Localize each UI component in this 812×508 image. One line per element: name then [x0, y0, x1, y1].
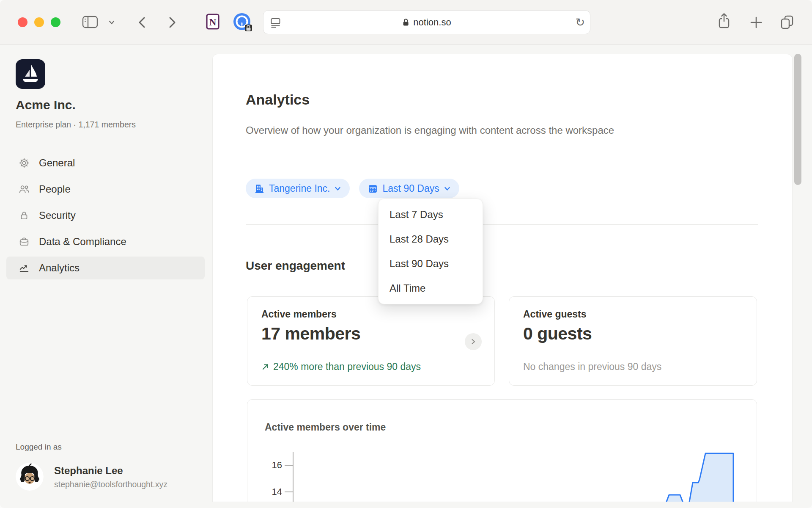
card-label: Active members — [261, 309, 337, 320]
analytics-panel: Analytics Overview of how your organizat… — [213, 54, 792, 502]
notion-extension-icon: N — [205, 13, 220, 30]
back-button[interactable] — [137, 16, 148, 29]
tab-overview-button[interactable] — [779, 14, 795, 30]
filter-row: Tangerine Inc. Last 90 Days — [246, 179, 459, 198]
area-chart — [247, 400, 757, 502]
card-value: 17 members — [261, 324, 360, 344]
avatar — [16, 463, 44, 491]
url-text[interactable]: notion.so — [413, 17, 451, 28]
menu-item-last-28-days[interactable]: Last 28 Days — [379, 227, 483, 251]
page-settings-icon[interactable] — [270, 17, 281, 28]
active-members-chart-card: Active members over time 16 14 — [247, 399, 757, 502]
briefcase-icon — [19, 236, 30, 247]
onepassword-extension-icon — [232, 12, 253, 33]
menu-item-last-90-days[interactable]: Last 90 Days — [379, 251, 483, 276]
address-bar[interactable]: notion.so ↻ — [263, 10, 590, 34]
reload-button[interactable]: ↻ — [575, 16, 585, 29]
card-delta: No changes in previous 90 days — [523, 361, 661, 373]
onepassword-extension-button[interactable] — [232, 12, 253, 33]
sidebar-item-label: Security — [39, 210, 76, 221]
account-name: Stephanie Lee — [54, 465, 123, 477]
menu-item-last-7-days[interactable]: Last 7 Days — [379, 202, 483, 227]
chevron-down-icon — [334, 185, 341, 192]
lock-icon — [19, 210, 30, 221]
sidebar-item-label: Analytics — [39, 262, 80, 274]
sidebar-item-label: People — [39, 183, 71, 195]
sidebar-item-security[interactable]: Security — [6, 204, 205, 227]
minimize-window-button[interactable] — [34, 17, 44, 27]
sidebar-item-label: Data & Compliance — [39, 236, 126, 248]
card-delta: 240% more than previous 90 days — [261, 361, 421, 373]
section-divider — [246, 224, 758, 225]
tab-overview-icon — [779, 14, 795, 30]
safari-window: N — [0, 0, 812, 508]
workspace-meta: Enterprise plan · 1,171 members — [16, 120, 136, 130]
forward-button[interactable] — [167, 16, 178, 29]
workspace-filter-label: Tangerine Inc. — [269, 183, 330, 194]
chevron-down-icon — [444, 185, 451, 192]
share-button[interactable] — [716, 12, 732, 31]
sidebar-item-analytics[interactable]: Analytics — [6, 257, 205, 279]
lock-icon — [402, 18, 409, 27]
trend-chart-icon — [19, 262, 30, 273]
account-email: stephanie@toolsforthought.xyz — [54, 480, 167, 489]
chevron-right-icon — [469, 338, 477, 345]
card-delta-text: No changes in previous 90 days — [523, 361, 661, 373]
forward-arrow-icon — [167, 16, 178, 29]
browser-chrome: N — [0, 0, 812, 44]
active-members-card[interactable]: Active members 17 members 240% more than… — [247, 296, 495, 386]
sidebar-item-data-compliance[interactable]: Data & Compliance — [6, 230, 205, 253]
sidebar-toggle-icon — [82, 15, 98, 29]
calendar-icon — [368, 183, 378, 194]
sidebar-menu-chevron[interactable] — [108, 19, 115, 26]
workspace-name: Acme Inc. — [16, 98, 76, 112]
card-delta-text: 240% more than previous 90 days — [273, 361, 421, 373]
back-arrow-icon — [137, 16, 148, 29]
close-window-button[interactable] — [18, 17, 27, 27]
arrow-up-right-icon — [261, 363, 269, 371]
svg-text:N: N — [209, 17, 217, 28]
share-icon — [716, 12, 732, 31]
notion-settings-page: Acme Inc. Enterprise plan · 1,171 member… — [0, 44, 812, 508]
date-range-dropdown-menu: Last 7 Days Last 28 Days Last 90 Days Al… — [378, 199, 483, 304]
date-filter-label: Last 90 Days — [382, 183, 439, 194]
sailboat-icon — [16, 59, 45, 89]
logged-in-as-label: Logged in as — [16, 442, 62, 452]
menu-item-all-time[interactable]: All Time — [379, 276, 483, 301]
workspace-filter-pill[interactable]: Tangerine Inc. — [246, 179, 350, 198]
chevron-down-icon — [108, 19, 115, 26]
card-value: 0 guests — [523, 324, 592, 344]
page-title: Analytics — [246, 91, 310, 108]
card-label: Active guests — [523, 309, 587, 320]
building-icon — [254, 183, 265, 194]
sidebar-item-general[interactable]: General — [6, 152, 205, 174]
gear-icon — [19, 157, 30, 168]
plus-icon — [749, 16, 763, 29]
workspace-logo — [16, 59, 45, 91]
sidebar-item-people[interactable]: People — [6, 178, 205, 201]
date-range-filter-pill[interactable]: Last 90 Days — [359, 179, 459, 198]
new-tab-button[interactable] — [749, 16, 763, 29]
card-detail-button[interactable] — [465, 333, 482, 350]
avatar-illustration — [16, 463, 44, 491]
notion-extension-button[interactable]: N — [205, 13, 220, 30]
reload-icon: ↻ — [575, 16, 585, 29]
people-icon — [19, 184, 30, 195]
active-guests-card: Active guests 0 guests No changes in pre… — [509, 296, 757, 386]
sidebar-item-label: General — [39, 157, 75, 169]
scrollbar-thumb[interactable] — [794, 54, 801, 185]
section-title: User engagement — [246, 259, 345, 273]
page-description: Overview of how your organization is eng… — [246, 122, 647, 139]
zoom-window-button[interactable] — [51, 17, 60, 27]
sidebar-toggle-button[interactable] — [82, 15, 98, 29]
